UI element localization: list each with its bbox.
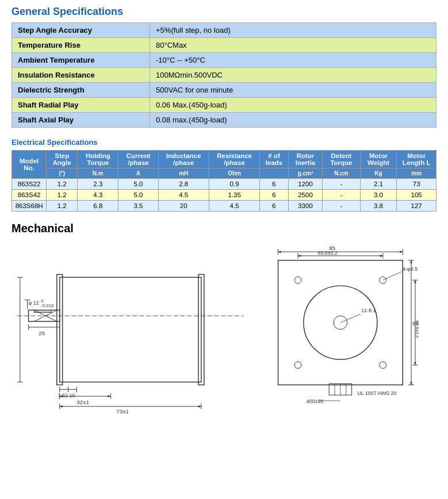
elec-header-cell: Rotor Inertia: [288, 151, 322, 168]
elec-header-cell: Model No.: [12, 151, 47, 179]
svg-marker-68: [410, 260, 412, 263]
mechanical-wrapper: φ73.02±0.05 φ 12 0 -0.012 25 1.52 10 32±…: [12, 242, 436, 414]
current-cell: 5.0: [118, 179, 158, 190]
gen-spec-value: 100MΩmin.500VDC: [150, 68, 436, 83]
elec-header-cell: Motor Weight: [360, 151, 397, 168]
detent-cell: -: [323, 179, 360, 190]
inductance-cell: 4.5: [158, 190, 209, 201]
elec-header-cell: Resistance /phase: [209, 151, 259, 168]
torque-cell: 4.3: [78, 190, 118, 201]
leads-cell: 6: [260, 179, 289, 190]
inductance-cell: 2.8: [158, 179, 209, 190]
length-cell: 105: [397, 190, 436, 201]
svg-text:69.6±0.2: 69.6±0.2: [415, 320, 420, 338]
elec-subheader-cell: [260, 168, 289, 179]
gen-spec-row: Insulation Resistance 100MΩmin.500VDC: [12, 68, 436, 83]
elec-subheader-cell: mH: [158, 168, 209, 179]
length-cell: 73: [397, 179, 436, 190]
gen-spec-value: 0.08 max.(450g-load): [150, 113, 436, 128]
model-cell: 863S68H: [12, 201, 47, 212]
current-cell: 3.5: [118, 201, 158, 212]
elec-header-cell: # of leads: [260, 151, 289, 168]
svg-marker-37: [108, 395, 110, 397]
gen-spec-value: -10°C -- +50°C: [150, 53, 436, 68]
svg-text:69.6±0.2: 69.6±0.2: [317, 250, 337, 256]
step-cell: 1.2: [47, 201, 78, 212]
gen-spec-label: Temperature Rise: [12, 38, 150, 53]
gen-spec-label: Dielectric Strength: [12, 83, 150, 98]
elec-subheader-cell: N.m: [78, 168, 118, 179]
rotor-cell: 3300: [288, 201, 322, 212]
svg-marker-56: [278, 251, 281, 253]
elec-subheader-cell: (°): [47, 168, 78, 179]
svg-text:UL 1007 AWG 20: UL 1007 AWG 20: [357, 390, 396, 396]
rotor-cell: 2500: [288, 190, 322, 201]
svg-line-77: [382, 272, 401, 281]
svg-marker-39: [198, 405, 201, 408]
elec-subheader-cell: g.cm²: [288, 168, 322, 179]
current-cell: 5.0: [118, 190, 158, 201]
detent-cell: -: [323, 201, 360, 212]
step-cell: 1.2: [47, 179, 78, 190]
resistance-cell: 0.9: [209, 179, 259, 190]
gen-spec-row: Shaft Axial Play 0.08 max.(450g-load): [12, 113, 436, 128]
torque-cell: 6.8: [78, 201, 118, 212]
elec-header-cell: Step Angle: [47, 151, 78, 168]
gen-spec-row: Shaft Radial Play 0.06 Max.(450g-load): [12, 98, 436, 113]
svg-point-43: [294, 277, 301, 283]
elec-subheader-cell: mm: [397, 168, 436, 179]
resistance-cell: 4.5: [209, 201, 259, 212]
model-cell: 863S42: [12, 190, 47, 201]
gen-spec-value: 80°CMax: [150, 38, 436, 53]
svg-marker-38: [60, 405, 63, 408]
rotor-cell: 1200: [288, 179, 322, 190]
elec-subheader-cell: N.cm: [323, 168, 360, 179]
svg-marker-74: [414, 280, 416, 283]
svg-text:10: 10: [69, 393, 75, 398]
gen-spec-row: Ambient Temperature -10°C -- +50°C: [12, 53, 436, 68]
gen-spec-value: 500VAC for one minute: [150, 83, 436, 98]
resistance-cell: 1.35: [209, 190, 259, 201]
gen-spec-label: Step Angle Accuracy: [12, 23, 150, 38]
gen-spec-label: Insulation Resistance: [12, 68, 150, 83]
svg-rect-0: [60, 277, 201, 382]
weight-cell: 3.8: [360, 201, 397, 212]
elec-subheader-cell: Kg: [360, 168, 397, 179]
model-cell: 863S22: [12, 179, 47, 190]
length-cell: 127: [397, 201, 436, 212]
elec-header-cell: Inductance /phase: [158, 151, 209, 168]
elec-header-cell: Detent Torque: [323, 151, 360, 168]
svg-point-44: [380, 277, 386, 283]
gen-spec-label: Shaft Axial Play: [12, 113, 150, 128]
elec-subheader-cell: A: [118, 168, 158, 179]
svg-marker-63: [380, 255, 383, 257]
svg-point-41: [304, 286, 377, 359]
mechanical-title: Mechanical: [12, 222, 436, 235]
svg-text:25: 25: [39, 330, 45, 336]
gen-spec-row: Dielectric Strength 500VAC for one minut…: [12, 83, 436, 98]
elec-header-cell: Holding Torque: [78, 151, 118, 168]
inductance-cell: 20: [158, 201, 209, 212]
elec-data-row: 863S68H 1.2 6.8 3.5 20 4.5 6 3300 - 3.8 …: [12, 201, 436, 212]
gen-spec-value: 0.06 Max.(450g-load): [150, 98, 436, 113]
weight-cell: 3.0: [360, 190, 397, 201]
svg-text:73±1: 73±1: [116, 408, 129, 414]
general-spec-table: Step Angle Accuracy +5%(full step, no lo…: [12, 22, 436, 128]
gen-spec-value: +5%(full step, no load): [150, 23, 436, 38]
elec-header-cell: Motor Length L: [397, 151, 436, 168]
svg-marker-69: [410, 382, 412, 385]
gen-spec-label: Shaft Radial Play: [12, 98, 150, 113]
svg-marker-57: [400, 251, 403, 253]
elec-data-row: 863S22 1.2 2.3 5.0 2.8 0.9 6 1200 - 2.1 …: [12, 179, 436, 190]
svg-text:-0.012: -0.012: [41, 303, 53, 308]
gen-spec-row: Temperature Rise 80°CMax: [12, 38, 436, 53]
side-view-drawing: φ73.02±0.05 φ 12 0 -0.012 25 1.52 10 32±…: [12, 242, 250, 414]
svg-line-51: [340, 314, 360, 323]
gen-spec-label: Ambient Temperature: [12, 53, 150, 68]
svg-text:φ 12: φ 12: [29, 300, 39, 306]
gen-spec-row: Step Angle Accuracy +5%(full step, no lo…: [12, 23, 436, 38]
step-cell: 1.2: [47, 190, 78, 201]
leads-cell: 6: [260, 190, 289, 201]
detent-cell: -: [323, 190, 360, 201]
torque-cell: 2.3: [78, 179, 118, 190]
